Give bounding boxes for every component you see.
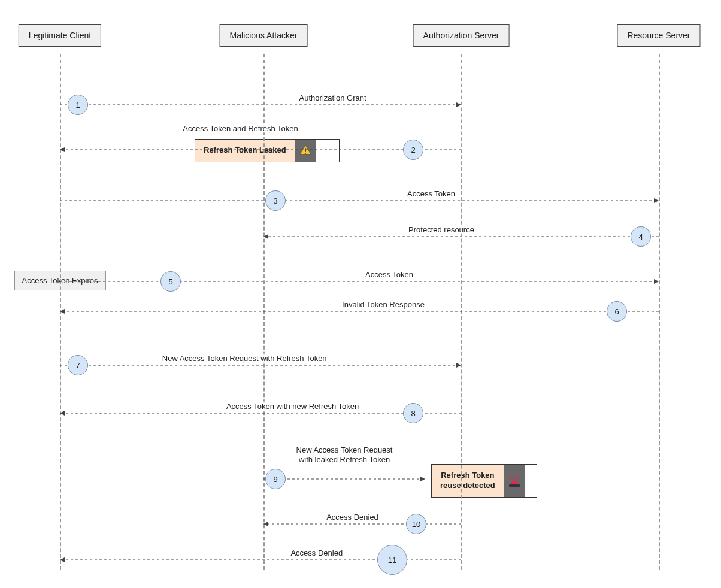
- actor-client: Legitimate Client: [19, 24, 101, 47]
- alert-icon: [504, 465, 525, 497]
- step-number: 6: [607, 301, 627, 322]
- svg-rect-2: [509, 484, 520, 487]
- svg-rect-0: [305, 149, 306, 153]
- warning-icon: [295, 140, 316, 162]
- actor-auth: Authorization Server: [413, 24, 510, 47]
- message-arrow: [260, 473, 428, 485]
- callout-refresh-token-leaked: Refresh Token Leaked: [195, 139, 340, 162]
- lifeline-auth: [461, 54, 462, 570]
- message-arrow: [57, 195, 662, 207]
- message-arrow: [57, 275, 662, 287]
- svg-rect-1: [305, 153, 306, 154]
- step-number: 1: [68, 95, 88, 115]
- actor-attacker: Malicious Attacker: [220, 24, 308, 47]
- message-label: Protected resource: [407, 225, 476, 234]
- step-number: 4: [631, 226, 651, 247]
- callout-text: Refresh Token reuse detected: [432, 465, 504, 497]
- step-number: 3: [265, 190, 286, 211]
- lifeline-resource: [659, 54, 660, 570]
- message-label: Authorization Grant: [298, 93, 368, 102]
- sequence-diagram: Refresh Token Leaked Refresh Token reuse…: [0, 0, 721, 588]
- callout-text: Refresh Token Leaked: [195, 140, 295, 162]
- message-arrow: [57, 99, 464, 111]
- svg-line-5: [517, 477, 519, 479]
- step-number: 9: [265, 469, 286, 489]
- message-label: New Access Token Request with Refresh To…: [160, 354, 329, 363]
- svg-line-4: [510, 477, 512, 479]
- step-number: 8: [403, 403, 423, 423]
- message-label: New Access Token Requestwith leaked Refr…: [283, 445, 406, 465]
- message-label: Access Denied: [289, 548, 344, 557]
- message-label: Access Token: [405, 189, 457, 198]
- actor-resource: Resource Server: [617, 24, 700, 47]
- message-label: Access Token and Refresh Token: [181, 124, 299, 133]
- step-number: 2: [403, 140, 423, 160]
- callout-refresh-token-reuse-detected: Refresh Token reuse detected: [431, 464, 537, 498]
- message-label: Access Token with new Refresh Token: [225, 402, 360, 411]
- lifeline-client: [60, 54, 61, 570]
- message-label: Invalid Token Response: [340, 300, 426, 309]
- step-number: 5: [160, 271, 181, 292]
- step-number: 10: [406, 514, 426, 534]
- step-number: 11: [377, 545, 407, 575]
- step-number: 7: [68, 355, 88, 375]
- message-label: Access Token: [363, 270, 415, 279]
- message-label: Access Denied: [325, 513, 380, 522]
